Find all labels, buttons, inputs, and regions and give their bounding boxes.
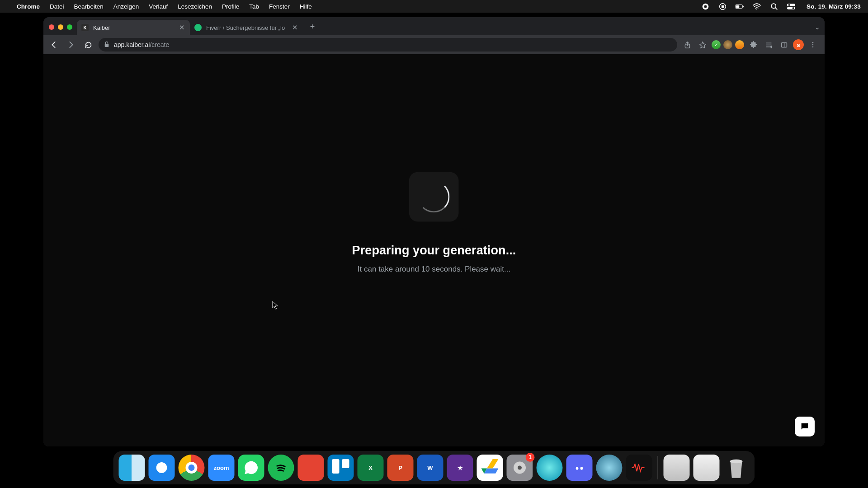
new-tab-button[interactable]: + (306, 20, 319, 33)
battery-icon[interactable] (735, 2, 744, 10)
menubar-item-verlauf[interactable]: Verlauf (149, 3, 168, 10)
dock-folder[interactable] (693, 455, 720, 481)
loading-headline: Preparing your generation... (352, 244, 516, 258)
window-minimize-button[interactable] (58, 24, 63, 30)
menubar-app-name[interactable]: Chrome (17, 3, 40, 10)
dock-trello[interactable] (328, 455, 354, 481)
menubar-item-tab[interactable]: Tab (249, 3, 259, 10)
svg-point-27 (576, 467, 579, 470)
chrome-window: K Kaiber ✕ Fiverr / Suchergebnisse für „… (43, 17, 825, 446)
svg-rect-6 (736, 5, 739, 8)
extension-icon-2[interactable] (735, 40, 744, 49)
dock-word[interactable]: W (417, 455, 443, 481)
tab-favicon-kaiber: K (81, 24, 89, 31)
dock-finder[interactable] (119, 455, 145, 481)
svg-line-9 (775, 8, 777, 9)
extensions-puzzle-icon[interactable] (747, 38, 760, 51)
dock-safari[interactable] (149, 455, 175, 481)
macos-menubar: Chrome Datei Bearbeiten Anzeigen Verlauf… (0, 0, 868, 13)
menubar-item-datei[interactable]: Datei (50, 3, 64, 10)
dock-separator (658, 456, 658, 479)
close-tab-icon[interactable]: ✕ (178, 24, 185, 31)
svg-point-23 (812, 44, 814, 46)
svg-point-8 (771, 4, 776, 8)
menubar-item-fenster[interactable]: Fenster (269, 3, 290, 10)
stop-record-icon[interactable] (718, 2, 727, 10)
menubar-clock[interactable]: So. 19. März 09:33 (807, 3, 861, 10)
svg-point-7 (756, 9, 757, 9)
window-controls (48, 24, 77, 35)
nav-back-button[interactable] (47, 38, 61, 52)
menubar-item-hilfe[interactable]: Hilfe (300, 3, 312, 10)
overflow-menu-icon[interactable] (807, 38, 819, 51)
svg-rect-14 (105, 44, 109, 47)
wifi-icon[interactable] (752, 2, 761, 10)
record-status-icon[interactable] (701, 2, 710, 10)
svg-point-22 (812, 42, 814, 43)
dock-excel[interactable]: X (358, 455, 384, 481)
share-icon[interactable] (681, 38, 693, 51)
side-panel-icon[interactable] (778, 38, 790, 51)
reading-list-icon[interactable] (762, 38, 775, 51)
dock-spotify[interactable] (268, 455, 294, 481)
tab-strip: K Kaiber ✕ Fiverr / Suchergebnisse für „… (43, 17, 825, 35)
lock-icon[interactable] (104, 41, 109, 49)
tab-title: Kaiber (93, 24, 174, 31)
dock-voice-memos[interactable] (626, 455, 652, 481)
svg-rect-5 (743, 5, 744, 7)
dock-powerpoint[interactable]: P (387, 455, 414, 481)
dock-todoist[interactable] (298, 455, 324, 481)
window-close-button[interactable] (49, 24, 54, 30)
dock-quicktime[interactable] (596, 455, 623, 481)
tab-favicon-fiverr (194, 24, 202, 31)
dock-discord[interactable] (566, 455, 593, 481)
dock-zoom[interactable]: zoom (208, 455, 235, 481)
tab-fiverr[interactable]: Fiverr / Suchergebnisse für „lo ✕ (190, 20, 303, 35)
svg-point-29 (730, 460, 742, 464)
svg-rect-20 (781, 42, 787, 47)
dock-trash[interactable] (723, 455, 750, 481)
macos-dock: zoom X P W ★ 1 (113, 451, 755, 484)
dock-badge: 1 (526, 453, 535, 462)
menubar-item-anzeigen[interactable]: Anzeigen (113, 3, 139, 10)
svg-rect-3 (722, 5, 724, 7)
dock-downloads[interactable] (664, 455, 690, 481)
dock-googledrive[interactable] (477, 455, 503, 481)
extension-shield-icon[interactable]: ✓ (712, 40, 721, 49)
svg-point-28 (580, 467, 583, 470)
menubar-item-bearbeiten[interactable]: Bearbeiten (74, 3, 104, 10)
svg-marker-19 (770, 46, 771, 47)
dock-imovie[interactable]: ★ (447, 455, 473, 481)
tab-title: Fiverr / Suchergebnisse für „lo (206, 24, 287, 31)
nav-forward-button[interactable] (64, 38, 78, 52)
browser-toolbar: app.kaiber.ai/create ✓ s (43, 35, 825, 54)
tab-kaiber[interactable]: K Kaiber ✕ (77, 20, 190, 35)
menubar-item-profile[interactable]: Profile (222, 3, 239, 10)
loading-subtext: It can take around 10 seconds. Please wa… (358, 265, 510, 274)
extension-icon-1[interactable] (723, 40, 732, 49)
dock-app-generic-1[interactable] (537, 455, 563, 481)
svg-point-12 (788, 4, 790, 5)
menubar-item-lesezeichen[interactable]: Lesezeichen (178, 3, 212, 10)
svg-point-26 (518, 466, 522, 470)
page-viewport: Preparing your generation... It can take… (43, 54, 825, 446)
svg-point-1 (704, 5, 707, 8)
address-bar[interactable]: app.kaiber.ai/create (99, 38, 677, 52)
dock-system-settings[interactable]: 1 (507, 455, 533, 481)
close-tab-icon[interactable]: ✕ (291, 24, 298, 31)
support-chat-button[interactable] (795, 417, 815, 436)
spotlight-search-icon[interactable] (769, 2, 778, 10)
tab-dropdown-icon[interactable]: ⌄ (815, 23, 820, 31)
dock-chrome[interactable] (179, 455, 205, 481)
control-center-icon[interactable] (787, 2, 796, 10)
loading-panel: Preparing your generation... It can take… (352, 172, 516, 274)
bookmark-star-icon[interactable] (696, 38, 709, 51)
url-text: app.kaiber.ai/create (114, 41, 169, 48)
svg-point-13 (793, 7, 794, 9)
svg-point-24 (812, 47, 814, 48)
spinner-icon (409, 172, 459, 222)
nav-reload-button[interactable] (81, 38, 95, 52)
window-maximize-button[interactable] (67, 24, 72, 30)
profile-avatar[interactable]: s (793, 39, 804, 50)
dock-whatsapp[interactable] (238, 455, 264, 481)
